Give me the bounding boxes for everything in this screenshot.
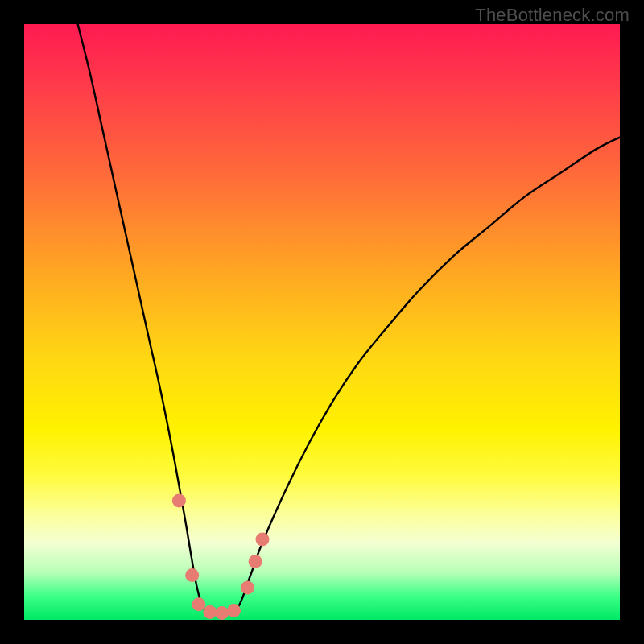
data-marker xyxy=(227,604,241,617)
plot-area xyxy=(24,24,620,620)
bottleneck-curve xyxy=(78,24,620,613)
data-marker xyxy=(215,606,229,620)
data-markers xyxy=(172,494,270,620)
data-marker xyxy=(203,605,217,619)
data-marker xyxy=(249,555,262,568)
data-marker xyxy=(192,597,205,611)
data-marker xyxy=(256,533,270,547)
data-marker xyxy=(185,568,199,582)
chart-frame: TheBottleneck.com xyxy=(0,0,644,644)
data-marker xyxy=(241,581,254,595)
watermark-text: TheBottleneck.com xyxy=(475,5,630,26)
curve-svg xyxy=(24,24,620,620)
data-marker xyxy=(172,494,186,508)
